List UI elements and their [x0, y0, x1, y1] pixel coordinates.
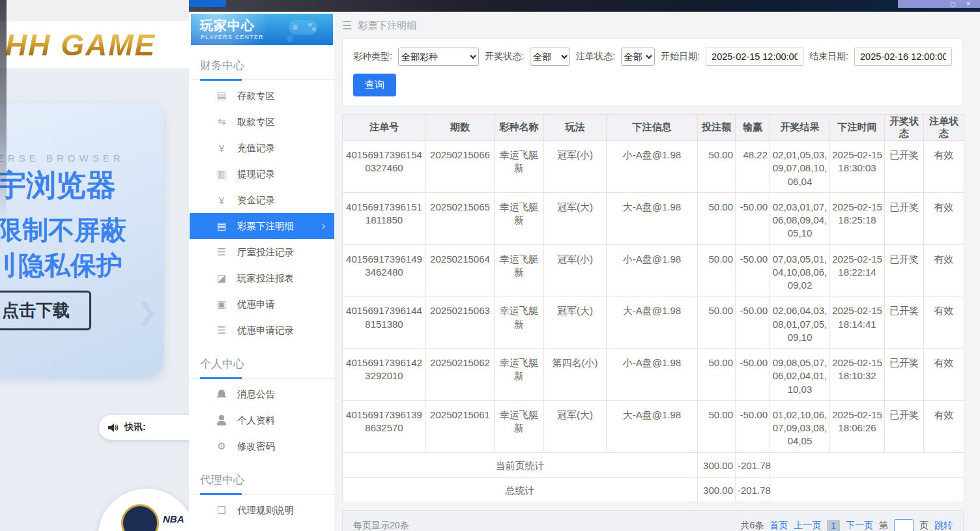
main-content: ☰ 彩票下注明细 彩种类型: 全部彩种 开奖状态: 全部 注单状态: 全部 开始…	[334, 12, 980, 531]
cell: 已开奖	[885, 296, 924, 349]
cell: 小-A盘@1.98	[607, 349, 698, 401]
cell: 401569173961540327460	[343, 141, 426, 193]
cell: -50.00	[736, 400, 770, 452]
cell: 401569173961511811850	[343, 192, 426, 244]
sidebar-item-0-2[interactable]: ¥充值记录	[190, 135, 334, 161]
sidebar-item-1-2[interactable]: ⚙修改密码	[190, 433, 334, 459]
players-center-panel: 玩家中心 PLAYERS CENTER 财务中心▤存款专区⇋取款专区¥充值记录▥…	[189, 12, 980, 531]
cell: 冠军(大)	[544, 296, 607, 349]
cell: 幸运飞艇新	[495, 192, 544, 244]
maximize-icon[interactable]: ▢	[950, 1, 956, 7]
news-ticker: 快讯:	[99, 415, 189, 440]
sidebar-sections: 财务中心▤存款专区⇋取款专区¥充值记录▥提现记录¥资金记录▤彩票下注明细›☰厅室…	[190, 53, 334, 531]
order-status-label: 注单状态:	[576, 51, 615, 63]
end-date-input[interactable]	[854, 48, 952, 66]
cell: 有效	[924, 400, 964, 452]
cell: 01,02,10,06,07,09,03,08,04,05	[770, 400, 830, 452]
cell: 401569173961493462480	[343, 244, 426, 296]
cell: 2025-02-15 18:30:03	[830, 141, 885, 193]
background-top-strip	[0, 0, 189, 21]
summary-winloss-total: -201.78	[736, 452, 770, 477]
nba-label: NBA	[163, 513, 184, 524]
lottery-type-select[interactable]: 全部彩种	[398, 48, 479, 66]
cell: 48.22	[736, 141, 770, 193]
table-row: 40156917396139863257020250215061幸运飞艇新冠军(…	[343, 400, 964, 452]
sidebar-item-0-3[interactable]: ▥提现记录	[190, 161, 334, 187]
pagination: 共6条 首页 上一页 1 下一页 第 页 跳转	[740, 519, 953, 531]
table-row: 40156917396151181185020250215065幸运飞艇新冠军(…	[343, 192, 964, 244]
sidebar-header: 玩家中心 PLAYERS CENTER	[191, 14, 333, 45]
sidebar-item-label: 消息公告	[237, 388, 275, 401]
column-header: 期数	[426, 115, 495, 141]
cell: -50.00	[736, 244, 770, 296]
cell: 2025-02-15 18:25:18	[830, 192, 885, 244]
table-row: 40156917396154032746020250215066幸运飞艇新冠军(…	[343, 141, 964, 193]
table-row: 40156917396149346248020250215064幸运飞艇新冠军(…	[343, 244, 964, 296]
sidebar-item-0-5[interactable]: ▤彩票下注明细›	[190, 213, 334, 239]
column-header: 玩法	[544, 115, 607, 141]
prev-page-link[interactable]: 上一页	[794, 520, 821, 531]
sidebar-item-0-6[interactable]: ☰厅室投注记录	[190, 239, 334, 265]
sidebar-item-label: 充值记录	[237, 142, 275, 154]
site-header: HH GAME	[0, 21, 189, 68]
sidebar-item-0-8[interactable]: ▣优惠申请	[190, 291, 334, 317]
cell: 2025-02-15 18:14:41	[830, 296, 885, 349]
sidebar-item-0-7[interactable]: ◪玩家投注报表	[190, 265, 334, 291]
draw-status-label: 开奖状态:	[485, 51, 524, 63]
cell: 50.00	[698, 400, 736, 452]
nba-logo-icon	[121, 504, 159, 531]
column-header: 开奖结果	[770, 115, 830, 141]
speaker-icon	[108, 423, 119, 433]
sidebar-item-2-0[interactable]: ❏代理规则说明	[190, 497, 334, 523]
jump-button[interactable]: 跳转	[934, 520, 953, 531]
sidebar-item-label: 彩票下注明细	[237, 220, 294, 233]
jump-page-input[interactable]	[894, 519, 914, 531]
download-button[interactable]: 点击下载	[0, 291, 91, 330]
filter-card: 彩种类型: 全部彩种 开奖状态: 全部 注单状态: 全部 开始日期: 结束日期:…	[342, 38, 963, 106]
banner-line1: 宇浏览器	[0, 165, 116, 206]
sidebar-item-1-1[interactable]: 个人资料	[190, 407, 334, 433]
cell: 冠军(小)	[544, 244, 607, 296]
edge-shadow	[0, 0, 7, 222]
column-header: 输赢	[736, 115, 770, 141]
cell: 20250215063	[426, 296, 495, 349]
summary-bet-total: 300.00	[698, 477, 736, 502]
close-icon[interactable]: ✕	[966, 1, 971, 7]
cell: 大-A盘@1.98	[607, 296, 698, 349]
sidebar-item-label: 资金记录	[237, 194, 275, 207]
cell: 小-A盘@1.98	[607, 141, 698, 193]
loading-bar	[189, 0, 226, 7]
chevron-right-icon[interactable]: ❯	[137, 298, 157, 326]
sidebar-item-0-9[interactable]: ☰优惠申请记录	[190, 317, 334, 343]
cell: 20250215064	[426, 244, 495, 296]
cell: 02,01,05,03,09,07,08,10,06,04	[770, 141, 830, 193]
order-status-select[interactable]: 全部	[621, 48, 655, 66]
cell: 第四名(小)	[544, 349, 607, 401]
start-date-input[interactable]	[706, 48, 803, 66]
cell: 2025-02-15 18:10:32	[830, 349, 885, 401]
cell: 冠军(大)	[544, 400, 607, 452]
cell: 冠军(小)	[544, 141, 607, 193]
draw-status-select[interactable]: 全部	[530, 48, 570, 66]
sidebar-item-0-1[interactable]: ⇋取款专区	[190, 109, 334, 135]
query-button[interactable]: 查询	[353, 74, 396, 96]
next-page-link[interactable]: 下一页	[846, 520, 873, 531]
cell: 02,06,04,03,08,01,07,05,09,10	[770, 296, 830, 349]
column-header: 注单号	[343, 115, 426, 141]
cell: 20250215061	[426, 400, 495, 452]
sidebar-item-1-0[interactable]: 消息公告	[190, 381, 334, 407]
nba-badge: NBA	[98, 489, 189, 531]
money-bag-icon: ¥	[216, 143, 227, 154]
summary-row: 总统计300.00-201.78	[343, 477, 964, 502]
banner-en-text: ERSE BROWSER	[0, 152, 124, 164]
sidebar-item-0-4[interactable]: ¥资金记录	[190, 187, 334, 213]
column-header: 开奖状态	[885, 115, 924, 141]
gamepad-icon	[280, 18, 326, 44]
cell: 大-A盘@1.98	[607, 192, 698, 244]
sidebar-item-0-0[interactable]: ▤存款专区	[190, 83, 334, 109]
first-page-link[interactable]: 首页	[770, 520, 788, 531]
cell: 已开奖	[885, 244, 924, 296]
sidebar-item-label: 提现记录	[237, 168, 275, 180]
hamburger-icon[interactable]: ☰	[342, 19, 352, 33]
sidebar-item-2-1[interactable]: ❐代理团队统计	[190, 523, 334, 531]
